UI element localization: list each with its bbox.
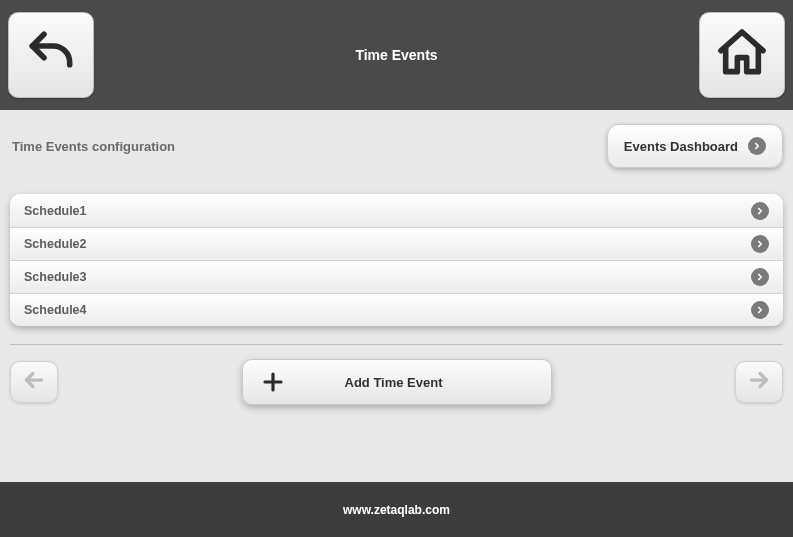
sub-header: Time Events configuration Events Dashboa… bbox=[10, 124, 783, 168]
list-item-label: Schedule1 bbox=[24, 204, 87, 218]
back-arrow-icon bbox=[23, 25, 79, 85]
add-time-event-button[interactable]: Add Time Event bbox=[242, 359, 552, 405]
events-dashboard-label: Events Dashboard bbox=[624, 139, 738, 154]
chevron-right-icon bbox=[748, 137, 766, 155]
action-row: Add Time Event bbox=[10, 359, 783, 405]
list-item-label: Schedule4 bbox=[24, 303, 87, 317]
list-item[interactable]: Schedule1 bbox=[10, 194, 783, 227]
plus-icon bbox=[261, 370, 285, 394]
home-icon bbox=[714, 25, 770, 85]
top-bar: Time Events bbox=[0, 0, 793, 110]
footer: www.zetaqlab.com bbox=[0, 482, 793, 537]
list-item-label: Schedule2 bbox=[24, 237, 87, 251]
chevron-right-icon bbox=[751, 235, 769, 253]
list-item-label: Schedule3 bbox=[24, 270, 87, 284]
content-area: Time Events configuration Events Dashboa… bbox=[0, 110, 793, 411]
section-title: Time Events configuration bbox=[10, 139, 175, 154]
list-item[interactable]: Schedule4 bbox=[10, 293, 783, 326]
footer-text: www.zetaqlab.com bbox=[343, 503, 450, 517]
list-item[interactable]: Schedule2 bbox=[10, 227, 783, 260]
arrow-left-icon bbox=[21, 367, 47, 397]
home-button[interactable] bbox=[699, 12, 785, 98]
back-button[interactable] bbox=[8, 12, 94, 98]
prev-button[interactable] bbox=[10, 361, 58, 403]
page-title: Time Events bbox=[94, 47, 699, 63]
chevron-right-icon bbox=[751, 301, 769, 319]
list-item[interactable]: Schedule3 bbox=[10, 260, 783, 293]
next-button[interactable] bbox=[735, 361, 783, 403]
chevron-right-icon bbox=[751, 268, 769, 286]
schedule-list: Schedule1 Schedule2 Schedule3 Schedule4 bbox=[10, 194, 783, 326]
divider bbox=[10, 344, 783, 345]
events-dashboard-button[interactable]: Events Dashboard bbox=[607, 124, 783, 168]
arrow-right-icon bbox=[746, 367, 772, 397]
add-time-event-label: Add Time Event bbox=[345, 375, 443, 390]
chevron-right-icon bbox=[751, 202, 769, 220]
